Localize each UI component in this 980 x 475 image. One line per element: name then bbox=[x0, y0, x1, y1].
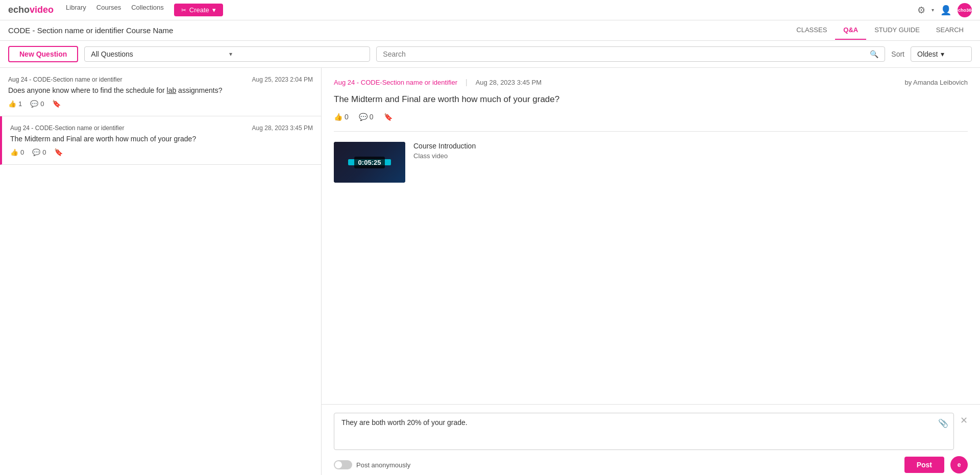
comment-count-2: 0 bbox=[42, 148, 46, 156]
question-text-1: Does anyone know where to find the sched… bbox=[8, 86, 313, 94]
echo-label: echo360 bbox=[955, 8, 974, 13]
anon-label: Post anonymously bbox=[356, 461, 410, 469]
question-text-2: The Midterm and Final are worth how much… bbox=[10, 135, 313, 143]
comment-button-2[interactable]: 💬 0 bbox=[32, 148, 46, 156]
like-count-2: 0 bbox=[20, 148, 24, 156]
chevron-small-icon: ▾ bbox=[932, 7, 934, 13]
thumbs-up-icon: 👍 bbox=[8, 100, 16, 108]
comment-icon: 💬 bbox=[30, 100, 38, 108]
question-section-2: Aug 24 - CODE-Section name or identifier bbox=[10, 124, 124, 132]
comment-count-1: 0 bbox=[40, 100, 44, 108]
question-item-2[interactable]: Aug 24 - CODE-Section name or identifier… bbox=[0, 116, 321, 165]
detail-comment-button[interactable]: 💬 0 bbox=[359, 113, 374, 121]
video-title: Course Introduction bbox=[413, 142, 476, 150]
tab-qa[interactable]: Q&A bbox=[835, 21, 866, 40]
tab-search[interactable]: SEARCH bbox=[928, 21, 972, 40]
detail-bookmark-icon: 🔖 bbox=[384, 113, 393, 121]
nav-courses[interactable]: Courses bbox=[96, 4, 121, 16]
settings-icon[interactable]: ⚙ bbox=[917, 5, 925, 16]
user-avatar-label: e bbox=[958, 461, 961, 468]
anon-toggle: Post anonymously bbox=[334, 460, 410, 469]
detail-divider: | bbox=[465, 78, 468, 86]
scissors-icon: ✂ bbox=[181, 7, 186, 14]
search-icon: 🔍 bbox=[870, 50, 878, 58]
tab-classes[interactable]: CLASSES bbox=[788, 21, 835, 40]
reply-post-area: Post e bbox=[904, 456, 968, 473]
detail-like-count: 0 bbox=[345, 113, 349, 121]
top-nav: echovideo Library Courses Collections ✂ … bbox=[0, 0, 980, 20]
detail-date: Aug 28, 2023 3:45 PM bbox=[476, 79, 542, 86]
logo-video: video bbox=[30, 5, 54, 15]
like-count-1: 1 bbox=[18, 100, 22, 108]
create-label: Create bbox=[189, 6, 209, 14]
paperclip-icon[interactable]: 📎 bbox=[938, 418, 948, 428]
toolbar: New Question All Questions ▾ 🔍 Sort Olde… bbox=[0, 41, 980, 68]
detail-author: by Amanda Leibovich bbox=[904, 79, 968, 86]
like-button-1[interactable]: 👍 1 bbox=[8, 100, 22, 108]
user-avatar-corner: e bbox=[950, 456, 968, 473]
sort-dropdown[interactable]: Oldest ▾ bbox=[911, 46, 972, 62]
reply-input[interactable]: They are both worth 20% of your grade. bbox=[341, 418, 946, 443]
sort-chevron-icon: ▾ bbox=[941, 50, 944, 58]
comment-button-1[interactable]: 💬 0 bbox=[30, 100, 44, 108]
detail-like-button[interactable]: 👍 0 bbox=[334, 113, 349, 121]
like-button-2[interactable]: 👍 0 bbox=[10, 148, 24, 156]
right-panel: Aug 24 - CODE-Section name or identifier… bbox=[322, 68, 980, 475]
echo-avatar: echo360 bbox=[958, 3, 972, 17]
filter-label: All Questions bbox=[91, 50, 225, 58]
detail-question-text: The Midterm and Final are worth how much… bbox=[334, 94, 968, 105]
nav-links: Library Courses Collections ✂ Create ▾ bbox=[66, 4, 917, 16]
question-section-1: Aug 24 - CODE-Section name or identifier bbox=[8, 76, 122, 83]
question-item-1[interactable]: Aug 24 - CODE-Section name or identifier… bbox=[0, 68, 321, 116]
detail-section: Aug 24 - CODE-Section name or identifier bbox=[334, 79, 457, 86]
question-meta-1: Aug 24 - CODE-Section name or identifier… bbox=[8, 76, 313, 83]
main-content: Aug 24 - CODE-Section name or identifier… bbox=[0, 68, 980, 475]
detail-thumbs-icon: 👍 bbox=[334, 113, 342, 121]
chevron-down-icon: ▾ bbox=[212, 6, 216, 14]
question-actions-2: 👍 0 💬 0 🔖 bbox=[10, 148, 313, 156]
detail-comment-count: 0 bbox=[370, 113, 374, 121]
new-question-button[interactable]: New Question bbox=[8, 46, 78, 62]
user-icon[interactable]: 👤 bbox=[940, 5, 951, 16]
filter-chevron-icon: ▾ bbox=[229, 51, 363, 58]
detail-comment-icon: 💬 bbox=[359, 113, 368, 121]
tab-study-guide[interactable]: STUDY GUIDE bbox=[866, 21, 928, 40]
question-actions-1: 👍 1 💬 0 🔖 bbox=[8, 99, 313, 108]
questions-list: Aug 24 - CODE-Section name or identifier… bbox=[0, 68, 322, 475]
toggle-knob bbox=[335, 461, 342, 468]
video-card: 0:05:25 Course Introduction Class video bbox=[334, 142, 968, 183]
search-input[interactable] bbox=[383, 50, 866, 58]
sort-value: Oldest bbox=[917, 50, 938, 58]
question-date-2: Aug 28, 2023 3:45 PM bbox=[252, 124, 313, 132]
logo: echovideo bbox=[8, 5, 54, 15]
nav-collections[interactable]: Collections bbox=[131, 4, 164, 16]
video-thumbnail[interactable]: 0:05:25 bbox=[334, 142, 405, 183]
video-timer: 0:05:25 bbox=[354, 157, 385, 168]
detail-divider-line bbox=[334, 131, 968, 132]
detail-bookmark-button[interactable]: 🔖 bbox=[384, 113, 393, 121]
bookmark-empty-icon-2[interactable]: 🔖 bbox=[54, 148, 63, 156]
video-subtitle: Class video bbox=[413, 152, 476, 160]
detail-actions: 👍 0 💬 0 🔖 bbox=[334, 113, 968, 121]
detail-header: Aug 24 - CODE-Section name or identifier… bbox=[334, 78, 968, 86]
reply-footer: Post anonymously Post e bbox=[334, 456, 968, 473]
nav-right: ⚙ ▾ 👤 echo360 bbox=[917, 3, 972, 17]
comment-icon-2: 💬 bbox=[32, 148, 40, 156]
sort-label: Sort bbox=[891, 50, 904, 58]
question-date-1: Aug 25, 2023 2:04 PM bbox=[252, 76, 313, 83]
reply-area: They are both worth 20% of your grade. 📎… bbox=[322, 404, 980, 475]
reply-input-wrap: They are both worth 20% of your grade. 📎 bbox=[334, 413, 954, 450]
logo-echo: echo bbox=[8, 5, 30, 15]
filter-dropdown[interactable]: All Questions ▾ bbox=[84, 46, 370, 62]
bookmark-icon-1[interactable]: 🔖 bbox=[52, 99, 61, 108]
question-detail: Aug 24 - CODE-Section name or identifier… bbox=[322, 68, 980, 404]
anon-toggle-switch[interactable] bbox=[334, 460, 352, 469]
create-button[interactable]: ✂ Create ▾ bbox=[174, 4, 223, 16]
thumbs-up-icon-2: 👍 bbox=[10, 148, 18, 156]
close-reply-icon[interactable]: ✕ bbox=[960, 415, 968, 426]
question-meta-2: Aug 24 - CODE-Section name or identifier… bbox=[10, 124, 313, 132]
post-button[interactable]: Post bbox=[904, 457, 944, 473]
breadcrumb-title: CODE - Section name or identifier Course… bbox=[8, 26, 173, 35]
nav-library[interactable]: Library bbox=[66, 4, 86, 16]
tab-nav: CLASSES Q&A STUDY GUIDE SEARCH bbox=[788, 21, 972, 40]
